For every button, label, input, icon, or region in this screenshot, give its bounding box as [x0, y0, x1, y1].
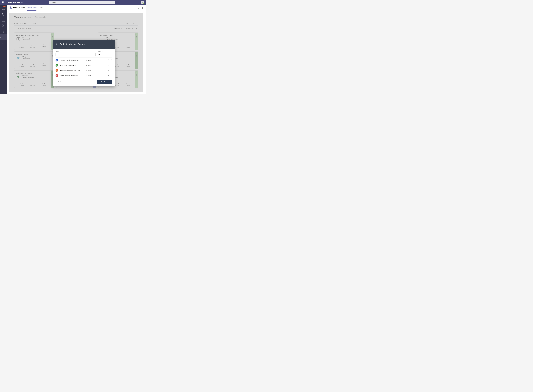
title-bar: Microsoft Teams TC — [0, 0, 146, 5]
guest-avatar: SA — [56, 74, 58, 77]
app-name: Teams Center — [13, 7, 25, 9]
search-input[interactable] — [52, 2, 114, 3]
guest-email: Ulrich.Becker@sample.de — [60, 65, 84, 66]
person-arrow-icon — [56, 43, 58, 46]
reload-icon[interactable] — [138, 7, 140, 9]
email-input[interactable] — [56, 53, 96, 56]
dialog-title: Project - Manage Guests — [60, 43, 85, 46]
back-button[interactable]: Back — [56, 81, 61, 83]
delete-icon[interactable] — [111, 75, 112, 76]
svg-rect-5 — [3, 36, 4, 36]
guest-row: SASara.Achen@example.com14 Days — [56, 73, 112, 78]
delete-icon[interactable] — [111, 65, 112, 66]
page-content: WorkspacesRequests My WorkspacesExplore … — [9, 13, 143, 92]
guest-expires: 90 Days — [86, 59, 106, 61]
send-request-button[interactable]: Send request — [97, 80, 112, 84]
rail-calls[interactable]: Calls — [0, 23, 7, 28]
expired-label: Expired in — [97, 51, 109, 52]
app-rail: Activity92ChatTeamsCallsFilesTeams Cente… — [0, 5, 7, 94]
plus-icon — [110, 53, 112, 55]
guest-avatar: JS — [56, 69, 58, 72]
guest-expires: 14 Days — [86, 75, 106, 76]
guest-row: JSJessika.Shuster@sample.com14 Days — [56, 68, 112, 73]
guest-row: EPEleanor.Pena@example.com90 Days — [56, 58, 112, 63]
expired-select[interactable]: 30 — [97, 53, 109, 56]
global-search[interactable] — [49, 1, 115, 4]
edit-icon[interactable] — [107, 70, 109, 71]
badge: 92 — [3, 6, 5, 7]
delete-icon[interactable] — [111, 59, 112, 61]
rail-activity[interactable]: Activity92 — [0, 5, 7, 11]
guest-email: Eleanor.Pena@example.com — [60, 59, 84, 61]
guest-avatar: UB — [56, 64, 58, 67]
app-title: Microsoft Teams — [8, 1, 23, 4]
guest-expires: 14 Days — [86, 70, 106, 71]
rail-teams[interactable]: Teams — [0, 17, 7, 23]
rail-more[interactable]: ••• — [0, 40, 7, 46]
guest-avatar: EP — [56, 59, 58, 61]
svg-point-2 — [3, 19, 3, 19]
close-button[interactable] — [111, 43, 112, 45]
teams-center-logo — [9, 6, 12, 9]
header-tab-teams-center[interactable]: Teams Center — [27, 5, 37, 11]
edit-icon[interactable] — [107, 65, 109, 66]
svg-point-126 — [56, 43, 57, 44]
rail-files[interactable]: Files — [0, 28, 7, 34]
chevron-left-icon — [56, 81, 57, 83]
manage-guests-dialog: Project - Manage Guests Email — [53, 40, 115, 86]
check-icon — [99, 81, 100, 83]
header-tab-about[interactable]: About — [39, 5, 42, 11]
rail-teams-center[interactable]: Teams Center — [0, 34, 7, 40]
edit-icon[interactable] — [107, 75, 109, 76]
globe-icon[interactable] — [141, 7, 143, 9]
rail-chat[interactable]: Chat — [0, 11, 7, 17]
edit-icon[interactable] — [107, 59, 109, 61]
delete-icon[interactable] — [111, 70, 112, 71]
app-tab-header: Teams Center Teams CenterAbout — [7, 5, 146, 11]
guest-email: Sara.Achen@example.com — [60, 75, 84, 76]
close-icon — [111, 43, 112, 45]
guest-expires: 30 Days — [86, 65, 106, 66]
svg-line-1 — [51, 3, 51, 3]
svg-point-3 — [4, 19, 4, 19]
waffle-menu[interactable] — [0, 1, 7, 3]
email-label: Email — [56, 51, 96, 52]
guest-email: Jessika.Shuster@sample.com — [60, 70, 84, 71]
guest-row: UBUlrich.Becker@sample.de30 Days — [56, 63, 112, 68]
user-avatar[interactable]: TC — [141, 1, 144, 4]
search-icon — [50, 2, 51, 3]
add-guest-button[interactable] — [110, 53, 112, 56]
svg-point-0 — [50, 2, 51, 3]
